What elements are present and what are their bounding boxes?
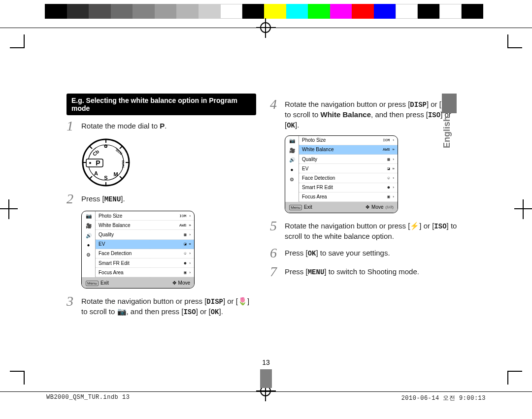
svg-line-6 [89,146,92,149]
nav-icon: ✥ [172,280,176,286]
video-tab-icon: 🎥 [82,221,95,231]
fold-mark-right [514,199,532,219]
ok-button-label: OK [287,122,295,129]
right-column: English 4 Rotate the navigation button o… [270,94,460,322]
svg-point-11 [89,162,91,164]
svg-text:S: S [104,175,107,181]
osd-row-selected: EV◪ » [96,240,194,249]
osd-row: Smart FR Edit☻ › [299,183,398,193]
menu-button-label: MENU [308,268,325,276]
mode-p-label: P [160,122,165,130]
trim-tick [10,371,25,372]
osd-row: EV◪ » [299,164,398,173]
trim-tick [507,371,522,372]
step-7: 7 Press [MENU] to switch to Shooting mod… [270,265,460,279]
camera-tab-icon: 📷 [82,211,95,221]
trim-tick [507,371,508,385]
menu-osd-1: 📷 🎥 🔊 ● ⚙ Photo SizeIOM › White BalanceA… [81,211,195,289]
iso-button-label: ISO [183,308,196,316]
osd-row: Smart FR Edit☻ › [96,258,194,268]
osd-row: Quality▦ › [299,155,398,164]
mode-dial-illustration: P ✿ SCN DUAL Cb A S M [81,138,131,187]
svg-text:A: A [94,170,98,176]
osd-row: Photo SizeIOM › [299,136,398,145]
page-number-bar [260,369,272,388]
svg-text:P: P [96,159,100,167]
white-balance-label: White Balance [321,110,371,119]
example-heading: E.g. Selecting the white balance option … [66,94,256,115]
step-6: 6 Press [OK] to save your settings. [270,246,460,260]
disp-button-label: DISP [410,101,427,109]
svg-line-8 [89,176,92,179]
step-number: 7 [270,265,280,279]
osd-row: Face Detection☺ › [299,173,398,183]
osd-row: Photo SizeIOM › [96,211,194,221]
gear-tab-icon: ⚙ [82,250,95,260]
osd-tab-icons: 📷 🎥 🔊 ● ⚙ [82,211,96,277]
disp-button-label: DISP [206,298,223,306]
osd-row: Focus Area▣ › [299,193,398,202]
prepress-footer: WB2000_QSM_TUR.indb 13 2010-06-14 오전 9:0… [46,394,486,402]
step-5: 5 Rotate the navigation button or press … [270,219,460,241]
menu-button-label: MENU [104,195,121,203]
trim-tick [24,371,25,385]
page-number: 13 [262,358,270,366]
osd-footer: MenuExit ✥Move [82,277,194,288]
step-1: 1 Rotate the mode dial to P. [66,119,256,133]
dot-tab-icon: ● [285,165,299,175]
step-number: 2 [66,192,76,206]
step-number: 6 [270,246,280,260]
step-4: 4 Rotate the navigation button or press … [270,97,460,130]
timestamp-label: 2010-06-14 오전 9:00:13 [401,394,486,402]
sound-tab-icon: 🔊 [285,155,299,165]
trim-tick [24,34,25,48]
language-label: English [442,116,452,148]
flash-icon: ⚡ [410,222,419,230]
dot-tab-icon: ● [82,240,95,250]
camera-icon: 📷 [117,307,127,316]
step-number: 1 [66,119,76,133]
gear-tab-icon: ⚙ [285,174,299,184]
left-column: E.g. Selecting the white balance option … [66,94,256,322]
osd-row: Focus Area▣ › [96,268,194,277]
osd-row: Face Detection☺ › [96,249,194,258]
step-number: 5 [270,219,280,241]
ok-button-label: OK [308,250,316,258]
svg-text:M: M [113,171,118,177]
macro-icon: 🌷 [238,297,247,305]
step-2: 2 Press [MENU]. [66,192,256,206]
osd-row: White BalanceAWB » [96,221,194,230]
camera-tab-icon: 📷 [285,136,299,146]
source-file-label: WB2000_QSM_TUR.indb 13 [46,394,130,402]
nav-icon: ✥ [366,204,369,210]
language-tab-bar [442,94,457,113]
language-tab: English [442,94,457,148]
svg-text:✿: ✿ [104,144,108,149]
menu-osd-2: 📷 🎥 🔊 ● ⚙ Photo SizeIOM › White BalanceA… [285,135,398,213]
registration-mark-top [256,18,276,38]
osd-tab-icons: 📷 🎥 🔊 ● ⚙ [285,136,299,202]
sound-tab-icon: 🔊 [82,230,95,240]
step-3: 3 Rotate the navigation button or press … [66,294,256,317]
trim-tick [507,34,508,48]
step-number: 3 [66,294,76,317]
step-number: 4 [270,97,280,130]
osd-row: Quality▦ › [96,230,194,239]
osd-row-selected: White BalanceAWB » [299,145,398,155]
ok-button-label: OK [211,308,219,316]
trim-tick [10,47,25,48]
svg-text:Cb: Cb [92,149,100,157]
svg-line-9 [120,146,123,149]
color-calibration-bar [45,4,483,19]
trim-tick [507,47,522,48]
iso-button-label: ISO [428,111,440,119]
iso-button-label: ISO [434,223,446,230]
svg-line-7 [120,176,123,179]
fold-mark-left [0,199,18,219]
osd-footer: MenuExit ✥Move(1/2) [285,202,398,213]
video-tab-icon: 🎥 [285,145,299,155]
svg-rect-10 [86,159,103,167]
svg-text:DUAL: DUAL [122,160,125,168]
